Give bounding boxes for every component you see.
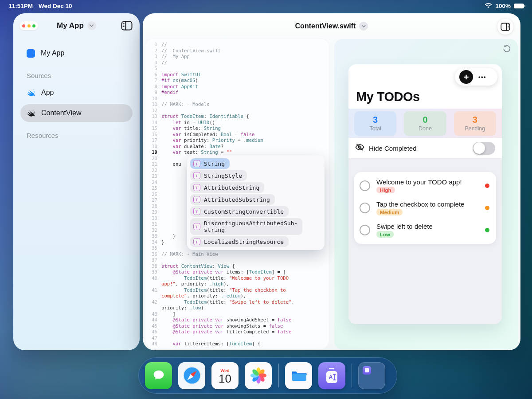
todo-title: Welcome to your TODO app! [376, 178, 462, 186]
dock-divider [352, 364, 352, 387]
app-project-icon [27, 49, 35, 58]
todo-row[interactable]: Swipe left to delete Low [354, 219, 496, 241]
code-row: app!", priority: .high), [145, 281, 329, 287]
autocomplete-popup: TStringTStringStyleTAttributedStringTAtt… [187, 155, 325, 250]
code-row: 8import AppKit [145, 84, 329, 90]
code-row: 4// [145, 60, 329, 66]
code-row: 11// MARK: - Models [145, 102, 329, 108]
project-sidebar-window: My App My App Sources App ContentView Re… [13, 13, 140, 350]
battery-percent: 100% [495, 3, 511, 9]
code-row: 10 [145, 96, 329, 102]
hide-completed-label: Hide Completed [369, 145, 417, 152]
autocomplete-label: LocalizedStringResource [204, 239, 284, 245]
sidebar-titlebar: My App [13, 13, 140, 38]
autocomplete-item[interactable]: TAttributedSubstring [190, 194, 275, 205]
sidebar-item-my-app[interactable]: My App [20, 44, 133, 62]
file-title: ContentView.swift [295, 22, 356, 30]
type-icon: T [193, 172, 200, 179]
code-row: 9#endif [145, 90, 329, 96]
safari-app-icon[interactable] [178, 362, 205, 389]
toggle-sidebar-icon[interactable] [121, 21, 133, 31]
stat-total-value: 3 [373, 115, 378, 125]
sidebar-item-app[interactable]: App [20, 84, 133, 102]
mini-app-thumbnail [363, 366, 371, 375]
sidebar-item-label: App [41, 89, 54, 97]
todo-row[interactable]: Welcome to your TODO app! High [354, 175, 496, 197]
priority-badge: Medium [376, 209, 403, 215]
stat-done: 0 Done [404, 111, 446, 136]
autocomplete-item[interactable]: TLocalizedStringResource [190, 236, 289, 247]
autocomplete-item[interactable]: TCustomStringConvertible [190, 206, 289, 217]
more-options-button[interactable]: ••• [478, 74, 486, 80]
code-row: 43 ] [145, 311, 329, 317]
autocomplete-label: CustomStringConvertible [204, 208, 284, 215]
dock-divider [278, 364, 279, 387]
editor-titlebar: ContentView.swift [143, 13, 520, 39]
todo-title: Swipe left to delete [376, 223, 433, 230]
code-row: 48 var filteredItems: [TodoItem] { [145, 341, 329, 347]
text-cursor-glyph: A [326, 371, 337, 383]
file-menu-button[interactable] [359, 22, 368, 31]
autocomplete-item[interactable]: TAttributedString [190, 182, 264, 193]
hide-completed-row: Hide Completed [348, 138, 502, 159]
todo-checkbox[interactable] [360, 203, 370, 213]
date: Wed Dec 10 [39, 3, 72, 9]
autocomplete-label: AttributedSubstring [204, 196, 270, 203]
priority-dot [485, 184, 489, 188]
text-tools-app-icon[interactable]: A [318, 362, 345, 389]
priority-dot [485, 228, 489, 232]
decorative-line [329, 368, 334, 369]
code-row: complete", priority: .medium), [145, 293, 329, 299]
recent-app-icon[interactable] [358, 362, 385, 389]
swift-file-icon [27, 109, 35, 117]
code-row: 36// MARK: - Main View [145, 251, 329, 258]
code-row: 46 @State private var filterCompleted = … [145, 329, 329, 335]
priority-dot [485, 206, 489, 210]
clock: 11:51PM [9, 3, 33, 9]
code-row: 42 TodoItem(title: "Swipe left to delete… [145, 299, 329, 305]
todo-body: Welcome to your TODO app! High Tap the c… [348, 159, 502, 324]
todo-list: Welcome to your TODO app! High Tap the c… [354, 172, 496, 244]
reload-preview-icon[interactable] [503, 45, 511, 53]
swift-file-icon [27, 88, 35, 97]
code-row: 2// ContentView.swift [145, 48, 329, 54]
type-icon: T [193, 196, 200, 203]
type-icon: T [193, 184, 200, 191]
code-row: 16 var isCompleted: Bool = false [145, 132, 329, 138]
code-row: 38struct ContentView: View { [145, 263, 329, 270]
section-header-sources: Sources [27, 72, 126, 79]
code-row: 37 [145, 257, 329, 263]
code-row: 6import SwiftUI [145, 72, 329, 78]
calendar-day: 10 [219, 373, 231, 384]
code-row: 39 @State private var items: [TodoItem] … [145, 269, 329, 275]
todo-checkbox[interactable] [360, 225, 370, 235]
code-row: 15 var title: String [145, 125, 329, 132]
add-todo-button[interactable]: + [459, 70, 473, 84]
autocomplete-item[interactable]: TStringStyle [190, 170, 247, 181]
autocomplete-label: StringStyle [204, 172, 242, 179]
autocomplete-label: String [204, 160, 225, 167]
todo-app-title: My TODOs [356, 90, 420, 104]
stat-total: 3 Total [354, 111, 396, 136]
todo-header-actions: + ••• [455, 68, 497, 86]
todo-checkbox[interactable] [360, 180, 370, 191]
toggle-preview-panel-button[interactable] [497, 19, 513, 35]
project-menu-button[interactable] [87, 21, 96, 30]
photos-app-icon[interactable] [245, 362, 272, 389]
calendar-app-icon[interactable]: Wed 10 [211, 362, 239, 389]
code-row: 12 [145, 108, 329, 114]
toggle-knob [473, 142, 485, 154]
code-row: 41 TodoItem(title: "Tap the checkbox to [145, 287, 329, 293]
sidebar-item-label: My App [41, 49, 64, 57]
code-row: 18 var dueDate: Date? [145, 144, 329, 150]
priority-badge: Low [376, 231, 394, 238]
hide-completed-toggle[interactable] [473, 142, 495, 155]
files-app-icon[interactable] [285, 362, 312, 389]
messages-app-icon[interactable] [145, 362, 172, 389]
code-row: 40 TodoItem(title: "Welcome to your TODO [145, 275, 329, 282]
code-row: 14 let id = UUID() [145, 120, 329, 126]
autocomplete-item[interactable]: TString [190, 158, 230, 169]
todo-row[interactable]: Tap the checkbox to complete Medium [354, 197, 496, 219]
autocomplete-item[interactable]: TDiscontiguousAttributedSub- string [190, 218, 302, 235]
sidebar-item-contentview[interactable]: ContentView [20, 104, 133, 122]
